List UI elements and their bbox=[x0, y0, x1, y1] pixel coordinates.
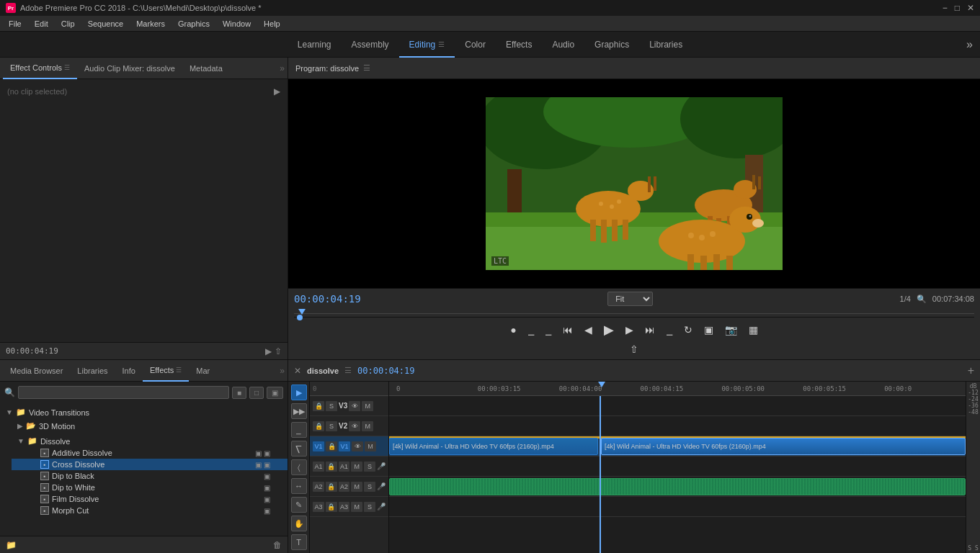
nav-more-button[interactable]: » bbox=[966, 38, 973, 51]
btn-step-fwd[interactable]: ▶ bbox=[623, 323, 636, 337]
track-a2-target[interactable]: A2 bbox=[313, 482, 324, 492]
track-v3-eye[interactable]: 👁 bbox=[349, 401, 360, 411]
item-additive-dissolve[interactable]: ▪ Additive Dissolve ▣ ▣ bbox=[12, 447, 288, 459]
nav-graphics[interactable]: Graphics bbox=[584, 32, 639, 58]
tab-media-browser[interactable]: Media Browser bbox=[3, 360, 70, 382]
tool-slip[interactable]: ↔ bbox=[291, 478, 307, 494]
track-a2-solo[interactable]: S bbox=[364, 482, 375, 492]
close-button[interactable]: ✕ bbox=[967, 3, 974, 13]
timecode-mark-in[interactable]: ▶ bbox=[265, 346, 272, 356]
btn-loop[interactable]: ↻ bbox=[681, 323, 695, 337]
btn-insert[interactable]: ▦ bbox=[746, 323, 761, 337]
tab-audio-clip-mixer[interactable]: Audio Clip Mixer: dissolve bbox=[77, 58, 182, 79]
tool-ripple-edit[interactable]: ⎯ bbox=[291, 422, 307, 438]
tool-select[interactable]: ▶ bbox=[291, 385, 307, 400]
track-v2-sync[interactable]: S bbox=[326, 421, 337, 431]
track-v2-mute[interactable]: M bbox=[362, 421, 373, 431]
track-a1-mute[interactable]: M bbox=[351, 462, 362, 472]
menu-window[interactable]: Window bbox=[217, 18, 257, 30]
track-v3-sync[interactable]: S bbox=[326, 401, 337, 411]
btn-mark-out[interactable]: ⎯ bbox=[525, 323, 537, 337]
title-bar-controls[interactable]: − □ ✕ bbox=[943, 3, 974, 13]
effects-view-btn-3[interactable]: ▣ bbox=[267, 387, 283, 399]
effects-menu-icon[interactable]: ☰ bbox=[176, 367, 182, 374]
preview-ruler[interactable] bbox=[294, 309, 974, 318]
menu-edit[interactable]: Edit bbox=[29, 18, 54, 30]
timecode-export[interactable]: ⇧ bbox=[275, 346, 282, 356]
track-a2-lock[interactable]: 🔒 bbox=[326, 482, 337, 492]
effects-new-bin[interactable]: 📁 bbox=[6, 540, 17, 550]
track-v1-mute[interactable]: M bbox=[365, 441, 376, 451]
nav-learning[interactable]: Learning bbox=[288, 32, 342, 58]
video-clip-1[interactable]: [4k] Wild Animal - Ultra HD Video TV 60f… bbox=[389, 438, 598, 455]
tab-effect-controls[interactable]: Effect Controls ☰ bbox=[3, 58, 77, 79]
track-a1-name-btn[interactable]: A1 bbox=[339, 462, 350, 472]
nav-audio[interactable]: Audio bbox=[542, 32, 584, 58]
item-dip-to-white[interactable]: ▪ Dip to White ▣ bbox=[12, 482, 288, 493]
track-v3-mute[interactable]: M bbox=[362, 401, 373, 411]
menu-graphics[interactable]: Graphics bbox=[172, 18, 215, 30]
btn-share[interactable]: ⇧ bbox=[627, 342, 641, 356]
effect-controls-menu-icon[interactable]: ☰ bbox=[64, 64, 70, 71]
btn-goto-in[interactable]: ⎯ bbox=[543, 323, 554, 337]
track-a2-area[interactable] bbox=[389, 477, 966, 497]
effects-view-btn-1[interactable]: ■ bbox=[232, 387, 246, 399]
fit-dropdown[interactable]: Fit 25% 50% 75% 100% bbox=[607, 292, 653, 306]
track-a3-name-btn[interactable]: A3 bbox=[339, 502, 350, 512]
track-a2-name-btn[interactable]: A2 bbox=[339, 482, 350, 492]
item-morph-cut[interactable]: ▪ Morph Cut ▣ bbox=[12, 505, 288, 516]
track-a3-target[interactable]: A3 bbox=[313, 502, 324, 512]
track-v1-target[interactable]: V1 bbox=[313, 441, 324, 451]
tool-track-select[interactable]: ▶▶ bbox=[291, 403, 307, 419]
nav-editing[interactable]: Editing ☰ bbox=[399, 32, 455, 58]
nav-effects[interactable]: Effects bbox=[496, 32, 542, 58]
timeline-menu-icon[interactable]: ☰ bbox=[344, 366, 352, 375]
maximize-button[interactable]: □ bbox=[955, 3, 960, 13]
menu-markers[interactable]: Markers bbox=[130, 18, 171, 30]
tab-info[interactable]: Info bbox=[115, 360, 143, 382]
effects-panel-more[interactable]: » bbox=[280, 366, 285, 376]
track-v2-eye[interactable]: 👁 bbox=[349, 421, 360, 431]
nav-libraries[interactable]: Libraries bbox=[639, 32, 692, 58]
timeline-ruler[interactable]: 0 00:00:03:15 00:00:04:00 00:00:04:15 00… bbox=[389, 382, 966, 396]
nav-color[interactable]: Color bbox=[455, 32, 496, 58]
btn-step-fwd-large[interactable]: ⏭ bbox=[642, 323, 658, 337]
item-film-dissolve[interactable]: ▪ Film Dissolve ▣ bbox=[12, 493, 288, 505]
btn-goto-out[interactable]: ⎯ bbox=[664, 323, 675, 337]
track-v1-area[interactable]: [4k] Wild Animal - Ultra HD Video TV 60f… bbox=[389, 436, 966, 457]
btn-safe-margins[interactable]: ▣ bbox=[701, 323, 716, 337]
tool-hand[interactable]: ✋ bbox=[291, 516, 307, 531]
track-a2-mute[interactable]: M bbox=[351, 482, 362, 492]
tab-metadata[interactable]: Metadata bbox=[182, 58, 230, 79]
btn-play[interactable]: ▶ bbox=[601, 320, 617, 339]
menu-clip[interactable]: Clip bbox=[55, 18, 81, 30]
item-cross-dissolve[interactable]: ▪ Cross Dissolve ▣ ▣ bbox=[12, 459, 288, 470]
tab-markers[interactable]: Mar bbox=[189, 360, 217, 382]
track-v1-lock[interactable]: 🔒 bbox=[326, 441, 337, 451]
tool-type[interactable]: T bbox=[291, 534, 307, 550]
track-a1-area[interactable] bbox=[389, 457, 966, 477]
track-v3-lock[interactable]: 🔒 bbox=[313, 401, 324, 411]
preview-menu-icon[interactable]: ☰ bbox=[363, 63, 370, 73]
item-dip-to-black[interactable]: ▪ Dip to Black ▣ bbox=[12, 470, 288, 482]
track-a3-area[interactable] bbox=[389, 497, 966, 517]
video-clip-2[interactable]: [4k] Wild Animal - Ultra HD Video TV 60f… bbox=[601, 438, 966, 455]
track-a3-solo[interactable]: S bbox=[364, 502, 375, 512]
tool-razor[interactable]: 〈 bbox=[291, 459, 307, 475]
track-a3-lock[interactable]: 🔒 bbox=[326, 502, 337, 512]
tab-effects[interactable]: Effects ☰ bbox=[143, 360, 189, 382]
track-v2-lock[interactable]: 🔒 bbox=[313, 421, 324, 431]
btn-step-back[interactable]: ◀ bbox=[582, 323, 595, 337]
left-panel-more[interactable]: » bbox=[280, 63, 285, 73]
track-v1-name-btn[interactable]: V1 bbox=[339, 441, 350, 451]
effects-view-btn-2[interactable]: □ bbox=[249, 387, 264, 399]
track-a3-mute[interactable]: M bbox=[351, 502, 362, 512]
btn-export-frame[interactable]: 📷 bbox=[722, 323, 740, 337]
tab-libraries[interactable]: Libraries bbox=[70, 360, 115, 382]
effects-delete[interactable]: 🗑 bbox=[273, 540, 282, 550]
nav-assembly[interactable]: Assembly bbox=[342, 32, 399, 58]
zoom-icon[interactable]: 🔍 bbox=[917, 295, 927, 304]
folder-dissolve-header[interactable]: ▼ 📁 Dissolve bbox=[12, 435, 288, 447]
menu-sequence[interactable]: Sequence bbox=[82, 18, 130, 30]
effects-search-input[interactable] bbox=[18, 386, 229, 399]
